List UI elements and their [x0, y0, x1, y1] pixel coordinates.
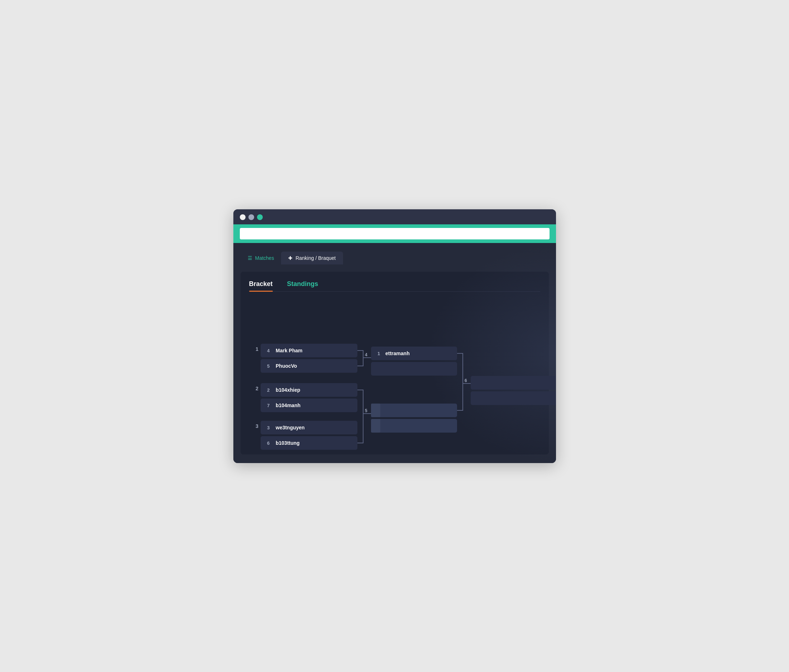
- seed-box-r2-m5-p2: [371, 419, 380, 433]
- seed-r1-m2-p2: 7: [267, 403, 270, 408]
- tab-ranking-label: Ranking / Braquet: [295, 255, 335, 261]
- name-r2-m4-p1: ettramanh: [385, 351, 410, 356]
- name-r1-m1-p1: Mark Pham: [276, 348, 303, 353]
- sub-tab-standings[interactable]: Standings: [287, 280, 318, 291]
- browser-window: ☰ Matches ✚ Ranking / Braquet Bracket St…: [233, 209, 556, 463]
- slot-r2-m4-p2-bg: [371, 362, 457, 376]
- seed-r1-m3-p1: 3: [267, 425, 270, 431]
- match-num-4: 4: [365, 352, 367, 358]
- slot-r2-m5-p2-bg: [371, 419, 457, 433]
- sub-tab-bar: Bracket Standings: [249, 280, 540, 292]
- ranking-icon: ✚: [288, 255, 292, 261]
- name-r1-m1-p2: PhuocVo: [276, 363, 297, 369]
- connector-m23-top: [358, 390, 363, 413]
- slot-r1-m2-p1-bg: [260, 383, 358, 397]
- connector-r2-m5: [457, 383, 463, 410]
- slot-r1-m3-p2-bg: [260, 436, 358, 450]
- group-label-1: 1: [256, 346, 259, 352]
- seed-r1-m1-p2: 5: [267, 364, 270, 369]
- slot-r1-m1-p1-bg: [260, 344, 358, 358]
- matches-icon: ☰: [248, 255, 252, 261]
- title-bar: [233, 209, 556, 243]
- window-dot-close[interactable]: [240, 214, 246, 220]
- group-label-2: 2: [256, 386, 259, 391]
- match-num-5: 5: [365, 408, 367, 413]
- sub-tab-bracket[interactable]: Bracket: [249, 280, 273, 291]
- window-dot-minimize[interactable]: [248, 214, 254, 220]
- bracket-area: 1 4 Mark Pham 5 PhuocVo 2 2 b104xhiep: [249, 302, 540, 446]
- connector-m1-bottom: [358, 358, 363, 366]
- seed-r1-m3-p2: 6: [267, 441, 270, 446]
- window-controls: [240, 214, 549, 220]
- bracket-svg: 1 4 Mark Pham 5 PhuocVo 2 2 b104xhiep: [249, 306, 522, 442]
- tab-matches-label: Matches: [255, 255, 274, 261]
- tab-matches[interactable]: ☰ Matches: [241, 252, 281, 265]
- name-r1-m3-p1: we3tnguyen: [275, 425, 305, 431]
- slot-r2-m4-p1-bg: [371, 346, 457, 360]
- tab-bar: ☰ Matches ✚ Ranking / Braquet: [241, 252, 549, 265]
- sub-tab-bracket-label: Bracket: [249, 280, 273, 287]
- group-label-3: 3: [256, 423, 259, 429]
- window-dot-maximize[interactable]: [257, 214, 263, 220]
- name-r1-m2-p2: b104manh: [276, 402, 300, 408]
- connector-m23-bottom: [358, 413, 363, 443]
- slot-r1-m1-p2-bg: [260, 359, 358, 373]
- name-r1-m3-p2: b103ttung: [276, 440, 300, 446]
- main-content: ☰ Matches ✚ Ranking / Braquet Bracket St…: [233, 243, 556, 463]
- slot-r2-m5-p1-bg: [371, 404, 457, 417]
- address-bar-area: [233, 224, 556, 243]
- slot-r1-m3-p1-bg: [260, 421, 358, 434]
- slot-r3-m6-p1-bg: [471, 376, 556, 389]
- tab-ranking[interactable]: ✚ Ranking / Braquet: [281, 252, 343, 265]
- sub-tab-standings-label: Standings: [287, 280, 318, 287]
- seed-box-r2-m5-p1: [371, 404, 380, 417]
- seed-r1-m1-p1: 4: [267, 348, 270, 353]
- name-r1-m2-p1: b104xhiep: [276, 387, 300, 393]
- seed-r1-m2-p1: 2: [267, 388, 270, 393]
- address-bar[interactable]: [240, 228, 549, 239]
- seed-r2-m4-p1: 1: [377, 351, 380, 356]
- connector-m1-top: [358, 351, 363, 358]
- inner-panel: Bracket Standings 1 4 Mark Pham: [241, 272, 549, 455]
- slot-r3-m6-p2-bg: [471, 391, 556, 405]
- match-num-6: 6: [465, 378, 467, 383]
- connector-r2-m4: [457, 353, 463, 383]
- slot-r1-m2-p2-bg: [260, 399, 358, 412]
